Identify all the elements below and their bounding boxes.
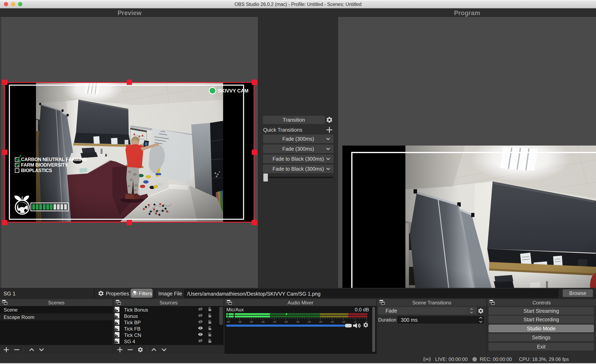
svg-text:-55: -55 — [238, 320, 241, 323]
svg-text:-50: -50 — [249, 320, 253, 323]
svg-text:-20: -20 — [319, 320, 322, 323]
svg-text:-60: -60 — [226, 320, 230, 323]
svg-text:-10: -10 — [342, 320, 345, 323]
svg-text:-45: -45 — [261, 320, 265, 323]
svg-text:-30: -30 — [296, 320, 299, 323]
svg-text:-40: -40 — [273, 320, 276, 323]
svg-text:-25: -25 — [307, 320, 311, 323]
svg-text:-35: -35 — [284, 320, 288, 323]
svg-text:-15: -15 — [330, 320, 334, 323]
